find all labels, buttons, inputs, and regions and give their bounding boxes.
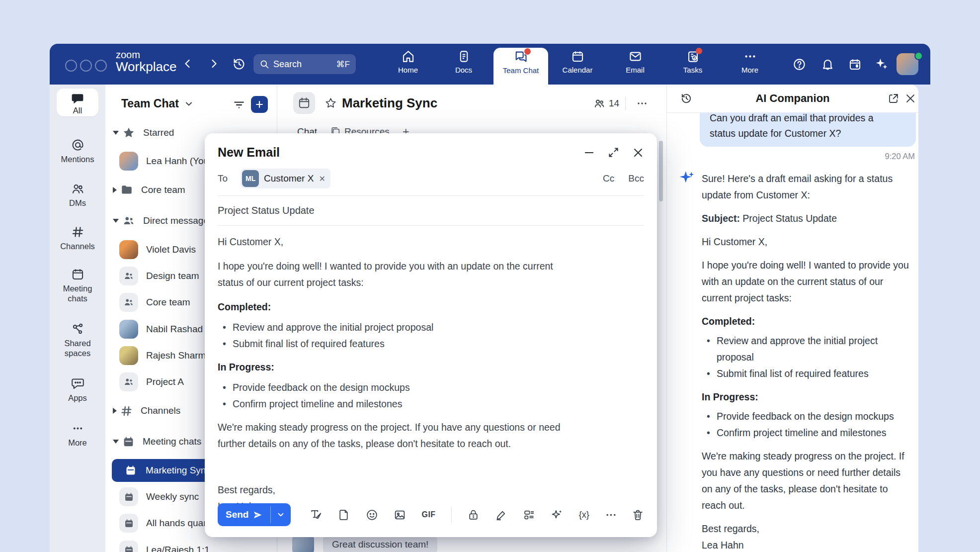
signature-pen-icon[interactable] xyxy=(495,509,507,521)
window-zoom-button[interactable] xyxy=(95,60,107,72)
team-chat-badge xyxy=(524,48,531,55)
list-item: Provide feedback on the design mockups xyxy=(702,408,909,425)
minimize-icon[interactable] xyxy=(583,147,595,158)
file-icon[interactable] xyxy=(338,509,350,521)
new-chat-button[interactable] xyxy=(251,96,268,113)
help-icon[interactable] xyxy=(793,58,806,71)
toolbar-more-icon[interactable] xyxy=(605,509,617,521)
group-avatar xyxy=(119,267,138,285)
notifications-bell-icon[interactable] xyxy=(821,58,834,71)
email-para2: We're making steady progress on the proj… xyxy=(218,419,569,452)
sidebar-item-all[interactable]: All xyxy=(57,89,98,116)
ai-response: Sure! Here's a draft email asking for a … xyxy=(678,168,918,552)
ai-response-subject: Subject: Project Status Update xyxy=(702,210,909,227)
chevron-down-icon xyxy=(276,510,285,519)
ai-sparkle-icon[interactable] xyxy=(551,508,564,521)
encrypt-lock-icon[interactable] xyxy=(467,509,480,521)
screen: zoom Workplace Search ⌘F Home Docs Team … xyxy=(0,0,980,552)
avatar xyxy=(119,152,138,171)
search-shortcut: ⌘F xyxy=(336,59,350,70)
channel-avatar xyxy=(293,92,315,114)
filter-icon[interactable] xyxy=(233,98,245,111)
caret-down-icon[interactable] xyxy=(113,219,119,223)
send-options-button[interactable] xyxy=(271,503,291,526)
sidebar-item-label: DMs xyxy=(50,198,105,208)
nav-item-calendar[interactable]: Calendar xyxy=(552,50,603,74)
nav-item-docs[interactable]: Docs xyxy=(438,50,490,74)
caret-down-icon[interactable] xyxy=(113,440,119,444)
list-item: Confirm project timeline and milestones xyxy=(702,425,909,441)
nav-item-label: Email xyxy=(609,66,661,74)
nav-item-team-chat[interactable]: Team Chat xyxy=(495,50,547,75)
nav-item-home[interactable]: Home xyxy=(382,50,434,74)
member-count[interactable]: 14 xyxy=(593,97,619,109)
calendar-date-icon[interactable] xyxy=(848,58,862,71)
sidebar-item-apps[interactable]: Apps xyxy=(50,377,105,403)
channel-more-icon[interactable] xyxy=(636,97,648,109)
nav-item-label: Team Chat xyxy=(495,66,547,75)
modal-title: New Email xyxy=(218,145,280,160)
ai-companion-icon[interactable] xyxy=(874,57,889,72)
ai-conversation[interactable]: Can you draft an email that provides a s… xyxy=(667,113,918,552)
chat-list-item-label: Design team xyxy=(146,271,199,281)
ai-signature: Lea Hahn xyxy=(702,540,744,551)
image-icon[interactable] xyxy=(394,509,406,521)
people-group-icon xyxy=(122,214,135,227)
chat-list-header[interactable]: Team Chat xyxy=(121,97,194,110)
gif-button[interactable]: GIF xyxy=(421,510,435,519)
caret-down-icon[interactable] xyxy=(113,131,119,135)
sidebar-item-label: Meeting chats xyxy=(59,283,96,303)
send-button[interactable]: Send xyxy=(218,503,291,526)
sidebar-item-shared-spaces[interactable]: Shared spaces xyxy=(50,322,105,358)
chat-list-item-label: Channels xyxy=(141,405,180,416)
sidebar-item-channels[interactable]: Channels xyxy=(50,225,105,251)
window-close-button[interactable] xyxy=(65,60,77,72)
ai-subject-label: Subject: xyxy=(702,213,740,224)
sidebar-item-mentions[interactable]: Mentions xyxy=(50,138,105,164)
variable-button[interactable]: {x} xyxy=(579,510,589,520)
at-icon xyxy=(71,138,84,152)
ai-user-message-line1: Can you draft an email that provides a xyxy=(710,113,906,126)
ai-timestamp: 9:20 AM xyxy=(667,152,915,161)
open-in-window-icon[interactable] xyxy=(888,92,899,104)
left-rail: All Mentions DMs Channels Meeting chats … xyxy=(50,85,105,552)
sidebar-item-more[interactable]: More xyxy=(50,422,105,448)
nav-item-more[interactable]: More xyxy=(724,50,776,74)
sidebar-item-meeting-chats[interactable]: Meeting chats xyxy=(50,268,105,303)
sidebar-item-dms[interactable]: DMs xyxy=(50,182,105,208)
bcc-button[interactable]: Bcc xyxy=(628,173,644,184)
chat-list-item[interactable]: Lea/Rajesh 1:1 xyxy=(105,539,277,552)
nav-item-email[interactable]: Email xyxy=(609,50,661,74)
avatar xyxy=(119,346,138,365)
email-body-editor[interactable]: Hi Customer X, I hope you're doing well!… xyxy=(218,226,569,515)
avatar xyxy=(119,240,138,259)
search-input[interactable]: Search ⌘F xyxy=(253,54,356,74)
recipient-chip[interactable]: ML Customer X ✕ xyxy=(241,169,330,188)
window-minimize-button[interactable] xyxy=(80,60,92,72)
chat-bubble-icon xyxy=(71,92,84,105)
template-layout-icon[interactable] xyxy=(523,509,535,521)
remove-recipient-icon[interactable]: ✕ xyxy=(319,174,325,184)
emoji-icon[interactable] xyxy=(366,509,378,521)
forward-chevron-icon[interactable] xyxy=(208,58,220,70)
sidebar-item-label: More xyxy=(50,438,105,448)
chat-list-item-label: Nabil Rashad xyxy=(146,324,203,335)
to-field[interactable]: To ML Customer X ✕ Cc Bcc xyxy=(218,168,644,189)
star-outline-icon[interactable] xyxy=(325,97,337,109)
text-format-icon[interactable] xyxy=(310,508,323,521)
cc-button[interactable]: Cc xyxy=(603,173,614,184)
main-scrollbar[interactable] xyxy=(659,141,663,201)
nav-item-tasks[interactable]: Tasks xyxy=(667,50,719,74)
caret-right-icon[interactable] xyxy=(113,187,117,193)
history-icon[interactable] xyxy=(232,57,246,72)
trash-icon[interactable] xyxy=(632,509,644,521)
close-icon[interactable] xyxy=(632,147,644,159)
subject-field[interactable]: Project Status Update xyxy=(218,196,644,225)
meeting-calendar-icon xyxy=(124,492,134,502)
expand-icon[interactable] xyxy=(608,147,619,158)
ai-user-message-bubble: Can you draft an email that provides a s… xyxy=(700,113,916,147)
close-icon[interactable] xyxy=(904,92,916,104)
back-chevron-icon[interactable] xyxy=(182,58,194,70)
logo-zoom-text: zoom xyxy=(116,50,176,60)
caret-right-icon[interactable] xyxy=(113,408,117,414)
